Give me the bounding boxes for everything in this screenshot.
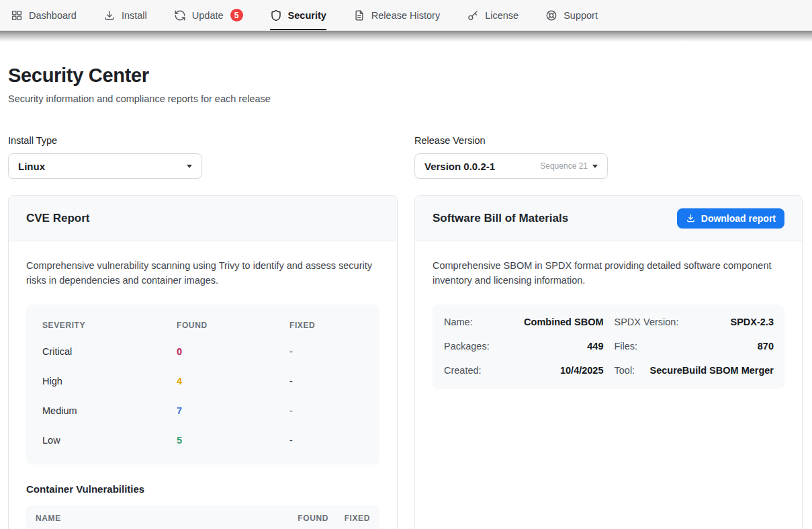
dashboard-grid-icon [11,9,23,22]
table-row-medium: Medium 7 - [26,396,379,425]
sbom-detail-packages: Packages: 449 [444,334,604,358]
download-icon [686,213,696,223]
severity-name: High [42,376,177,386]
cards-row: CVE Report Comprehensive vulnerability s… [8,195,804,529]
fixed-count: - [289,435,363,446]
nav-label-release-history: Release History [371,10,440,21]
nav-item-license[interactable]: License [467,0,518,30]
nav-label-license: License [485,10,518,21]
chevron-down-icon [187,165,192,168]
nav-item-update[interactable]: Update 5 [174,0,243,30]
main-content: Security Center Security information and… [0,65,812,529]
page-title: Security Center [8,65,804,87]
detail-label: Tool: [615,365,635,376]
severity-name: Critical [42,346,177,357]
install-type-label: Install Type [8,135,398,146]
nav-label-security: Security [288,10,326,21]
detail-value: 870 [758,341,774,352]
top-navigation: Dashboard Install Update 5 Security Rele… [0,0,812,31]
table-row-low: Low 5 - [26,425,379,455]
found-col-header: FOUND [280,514,328,523]
detail-label: Name: [444,317,473,327]
severity-table: SEVERITY FOUND FIXED Critical 0 - High 4… [26,304,379,464]
container-vulnerabilities-title: Container Vulnerabilities [26,483,379,495]
nav-item-security[interactable]: Security [270,0,326,30]
download-report-label: Download report [701,213,776,224]
shield-icon [270,9,282,22]
sbom-card-header: Software Bill of Materials Download repo… [415,196,802,241]
detail-value: SPDX-2.3 [731,317,774,327]
detail-value: 449 [587,341,603,352]
chevron-down-icon [592,165,598,168]
fixed-count: - [289,346,363,357]
found-count: 0 [177,346,289,357]
severity-col-header: SEVERITY [42,321,177,330]
found-col-header: FOUND [177,321,289,330]
install-type-value: Linux [18,161,45,172]
release-version-label: Release Version [414,135,803,146]
sbom-detail-spdx-version: SPDX Version: SPDX-2.3 [615,310,774,334]
sbom-details-box: Name: Combined SBOM SPDX Version: SPDX-2… [433,304,784,389]
page-subtitle: Security information and compliance repo… [8,93,804,104]
detail-value: SecureBuild SBOM Merger [649,365,774,376]
cve-description: Comprehensive vulnerability scanning usi… [26,259,378,288]
detail-label: Packages: [444,341,490,352]
detail-value: 10/4/2025 [560,365,604,376]
download-report-button[interactable]: Download report [677,208,784,229]
life-buoy-icon [545,9,557,22]
download-icon [103,9,116,22]
table-row-high: High 4 - [26,366,379,396]
table-row-critical: Critical 0 - [26,337,379,366]
nav-item-release-history[interactable]: Release History [353,0,440,30]
install-type-select[interactable]: Linux [8,153,202,179]
nav-item-dashboard[interactable]: Dashboard [11,0,77,30]
fixed-count: - [289,376,363,386]
container-table-header: NAME FOUND FIXED [26,505,379,529]
nav-label-dashboard: Dashboard [29,10,77,21]
name-col-header: NAME [36,514,280,523]
detail-label: SPDX Version: [615,317,679,327]
detail-label: Files: [615,341,638,352]
sbom-detail-name: Name: Combined SBOM [444,310,604,334]
nav-label-update: Update [192,10,224,21]
fixed-count: - [289,405,363,416]
sbom-detail-files: Files: 870 [615,334,774,358]
release-version-value: Version 0.0.2-1 [424,161,495,172]
fixed-col-header: FIXED [289,321,363,330]
nav-item-install[interactable]: Install [103,0,147,30]
release-version-select[interactable]: Version 0.0.2-1 Sequence 21 [414,153,608,179]
cve-card-header: CVE Report [9,196,397,241]
found-count: 4 [177,376,289,386]
found-count: 5 [177,435,289,446]
filters-row: Install Type Linux Release Version Versi… [8,135,804,179]
nav-item-support[interactable]: Support [545,0,598,30]
found-count: 7 [177,405,289,416]
release-sequence-label: Sequence 21 [540,161,588,171]
severity-name: Medium [42,405,177,416]
severity-table-header: SEVERITY FOUND FIXED [26,314,379,337]
detail-value: Combined SBOM [524,317,603,327]
severity-name: Low [42,435,177,446]
sbom-detail-created: Created: 10/4/2025 [444,358,604,382]
document-icon [353,9,365,22]
nav-label-support: Support [563,10,598,21]
cve-card-title: CVE Report [26,212,89,225]
refresh-icon [174,9,186,22]
update-count-badge: 5 [230,9,243,22]
cve-report-card: CVE Report Comprehensive vulnerability s… [8,195,398,529]
sbom-card: Software Bill of Materials Download repo… [414,195,803,529]
fixed-col-header: FIXED [328,514,370,523]
detail-label: Created: [444,365,482,376]
sbom-description: Comprehensive SBOM in SPDX format provid… [433,259,784,288]
key-icon [467,9,479,22]
nav-label-install: Install [122,10,147,21]
nav-scroll-shadow [0,31,812,42]
sbom-detail-tool: Tool: SecureBuild SBOM Merger [615,358,774,382]
sbom-card-title: Software Bill of Materials [433,212,568,225]
